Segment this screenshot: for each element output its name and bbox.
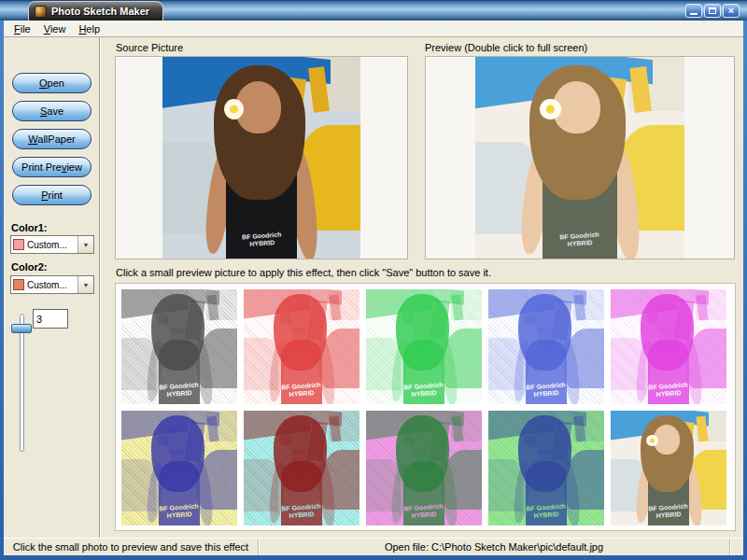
photo-flag-2 bbox=[573, 416, 585, 442]
photo-tank-top bbox=[526, 340, 568, 404]
photo-building bbox=[451, 289, 482, 320]
source-picture-frame: BF GoodrichHYBRID bbox=[115, 56, 408, 259]
photo-chest bbox=[414, 462, 433, 475]
photo-neck bbox=[415, 329, 432, 344]
photo-tank-top bbox=[281, 461, 323, 525]
photo-left-arm bbox=[634, 341, 654, 402]
photo-building bbox=[206, 289, 237, 320]
color2-swatch bbox=[13, 279, 24, 290]
thickness-slider-thumb[interactable] bbox=[11, 324, 32, 333]
minimize-button[interactable] bbox=[685, 4, 702, 18]
preview-frame: BF GoodrichHYBRID bbox=[425, 56, 735, 259]
wallpaper-button[interactable]: WallPaper bbox=[12, 129, 92, 149]
photo-yellow-car bbox=[200, 450, 237, 510]
photo-hair bbox=[396, 415, 449, 492]
effect-thumbnail-green-on-pink[interactable]: BF GoodrichHYBRID bbox=[366, 411, 482, 525]
color2-field: Custom... bbox=[11, 276, 78, 293]
minimize-icon bbox=[690, 13, 698, 15]
close-icon: × bbox=[728, 6, 734, 16]
photo-chest bbox=[658, 341, 678, 354]
photo-shirt-text: BF GoodrichHYBRID bbox=[278, 382, 326, 399]
photo-hair bbox=[641, 294, 694, 371]
color2-dropdown[interactable]: Custom... ▼ bbox=[10, 275, 94, 294]
effect-thumbnail-maroon-on-cyan[interactable]: BF GoodrichHYBRID bbox=[244, 411, 359, 525]
photo-shirt-text: BF GoodrichHYBRID bbox=[156, 382, 204, 399]
photo-yellow-car bbox=[689, 329, 726, 388]
effect-thumbnail-blue-on-white[interactable]: BF GoodrichHYBRID bbox=[488, 289, 604, 404]
print-button[interactable]: Print bbox=[12, 185, 92, 205]
photo-flower bbox=[524, 314, 535, 325]
title-bar[interactable]: Photo Sketch Maker × bbox=[0, 0, 747, 21]
preview-image[interactable]: BF GoodrichHYBRID bbox=[475, 57, 684, 259]
photo-hair bbox=[274, 294, 327, 371]
menu-bar: File View Help bbox=[4, 21, 743, 37]
photo-shirt-text: BF GoodrichHYBRID bbox=[401, 382, 448, 399]
content-area: Open Save WallPaper Print Preview Print … bbox=[4, 37, 743, 538]
photo-neck bbox=[170, 450, 188, 466]
photo-canopy-right bbox=[433, 289, 464, 305]
open-button[interactable]: Open bbox=[12, 73, 92, 93]
restore-button[interactable] bbox=[704, 4, 721, 18]
thickness-slider-track[interactable] bbox=[20, 314, 24, 452]
effect-thumbnail-blue-on-yellow[interactable]: BF GoodrichHYBRID bbox=[121, 411, 237, 525]
photo-white-car bbox=[121, 338, 156, 391]
photo-neck bbox=[415, 450, 432, 466]
menu-help[interactable]: Help bbox=[72, 22, 106, 35]
photo-left-arm bbox=[267, 462, 287, 524]
menu-view[interactable]: View bbox=[37, 22, 73, 35]
preview-label: Preview (Double click to full screen) bbox=[425, 42, 587, 53]
photo-face bbox=[287, 425, 314, 455]
photo-right-arm bbox=[192, 460, 214, 525]
photo-canopy bbox=[244, 289, 311, 320]
photo-flag bbox=[552, 421, 572, 462]
photo-flower bbox=[157, 314, 168, 325]
thickness-value-input[interactable] bbox=[33, 309, 68, 329]
photo-right-arm bbox=[559, 460, 581, 525]
photo-neck bbox=[292, 450, 310, 466]
photo-left-arm bbox=[389, 341, 409, 402]
photo-flag-2 bbox=[451, 416, 463, 442]
photo-canopy-right bbox=[189, 289, 219, 305]
photo-flag bbox=[185, 421, 205, 462]
photo-right-arm bbox=[559, 339, 581, 404]
photo-flag-2 bbox=[329, 295, 341, 321]
effect-thumbnail-green-on-white[interactable]: BF GoodrichHYBRID bbox=[366, 289, 482, 404]
color2-value: Custom... bbox=[27, 280, 67, 290]
effect-thumbnail-black-on-white[interactable]: BF GoodrichHYBRID bbox=[121, 289, 237, 404]
photo-canopy-right bbox=[556, 289, 586, 305]
color2-dropdown-arrow-icon[interactable]: ▼ bbox=[78, 276, 93, 293]
sidebar: Open Save WallPaper Print Preview Print … bbox=[4, 37, 100, 538]
photo-chest bbox=[536, 341, 556, 354]
effect-thumbnail-full-color[interactable]: BF GoodrichHYBRID bbox=[611, 411, 726, 525]
photo-flag-2 bbox=[696, 295, 708, 321]
photo-right-arm bbox=[437, 339, 458, 404]
color1-dropdown-arrow-icon[interactable]: ▼ bbox=[78, 236, 93, 253]
effect-thumbnail-magenta-on-white[interactable]: BF GoodrichHYBRID bbox=[611, 289, 726, 404]
effect-thumbnail-red-on-white[interactable]: BF GoodrichHYBRID bbox=[244, 289, 359, 404]
photo-tank-top bbox=[403, 461, 445, 525]
photo-shirt-text: BF GoodrichHYBRID bbox=[278, 503, 326, 521]
photo-flower bbox=[279, 435, 290, 446]
photo-white-car bbox=[488, 459, 523, 512]
title-tab: Photo Sketch Maker bbox=[28, 1, 163, 21]
resize-grip[interactable] bbox=[729, 539, 743, 555]
app-icon bbox=[35, 6, 47, 18]
photo-neck bbox=[537, 329, 555, 344]
save-button[interactable]: Save bbox=[12, 101, 92, 121]
photo-flag bbox=[430, 300, 450, 341]
color1-dropdown[interactable]: Custom... ▼ bbox=[10, 235, 94, 254]
photo-right-arm bbox=[437, 460, 458, 525]
source-photo: BF GoodrichHYBRID bbox=[162, 57, 360, 259]
menu-file[interactable]: File bbox=[7, 22, 37, 35]
effect-thumbnail-navy-on-green[interactable]: BF GoodrichHYBRID bbox=[488, 411, 604, 525]
color1-field: Custom... bbox=[11, 236, 78, 253]
photo-flag bbox=[552, 300, 572, 341]
print-preview-button[interactable]: Print Preview bbox=[12, 157, 92, 177]
photo-chest bbox=[169, 341, 189, 354]
color1-swatch bbox=[13, 239, 24, 250]
photo-shirt-text: BF GoodrichHYBRID bbox=[401, 503, 448, 521]
photo-canopy bbox=[366, 289, 433, 320]
close-button[interactable]: × bbox=[723, 4, 740, 18]
photo-tank-top bbox=[403, 340, 445, 404]
photo-canopy-right bbox=[433, 411, 464, 427]
